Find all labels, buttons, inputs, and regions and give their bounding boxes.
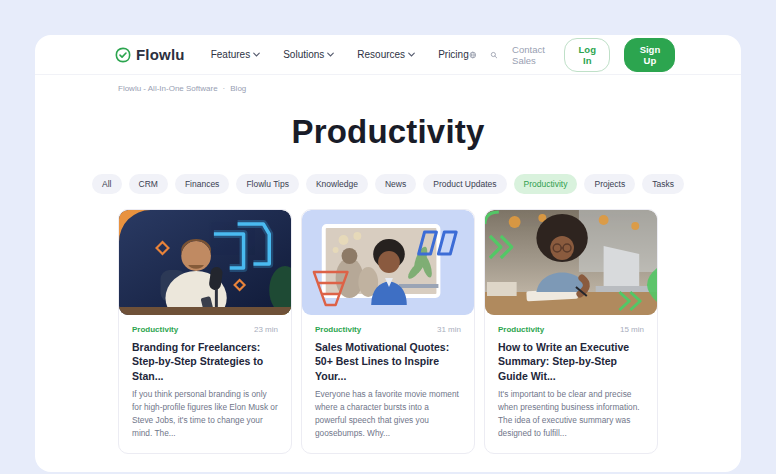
filter-news[interactable]: News <box>375 174 416 194</box>
globe-icon[interactable] <box>469 49 477 61</box>
article-grid: Productivity 23 min Branding for Freelan… <box>118 209 658 454</box>
article-body: Productivity 23 min Branding for Freelan… <box>119 315 291 453</box>
chevron-down-icon <box>327 52 334 57</box>
filter-productivity[interactable]: Productivity <box>514 174 578 194</box>
filter-all[interactable]: All <box>92 174 121 194</box>
contact-sales-link[interactable]: Contact Sales <box>512 44 550 66</box>
article-category[interactable]: Productivity <box>315 325 361 334</box>
article-category[interactable]: Productivity <box>498 325 544 334</box>
top-nav: Flowlu Features Solutions Resources Pric… <box>35 35 741 75</box>
chevron-down-icon <box>253 52 260 57</box>
breadcrumb-root[interactable]: Flowlu - All-In-One Software <box>118 84 218 93</box>
filter-finances[interactable]: Finances <box>175 174 230 194</box>
filter-tasks[interactable]: Tasks <box>642 174 684 194</box>
logo[interactable]: Flowlu <box>115 46 185 63</box>
search-icon[interactable] <box>490 49 498 61</box>
nav-pricing-label: Pricing <box>438 49 469 60</box>
article-excerpt: Everyone has a favorite movie moment whe… <box>315 388 461 439</box>
article-meta: Productivity 23 min <box>132 325 278 334</box>
main-nav: Features Solutions Resources Pricing <box>211 49 469 60</box>
article-meta: Productivity 15 min <box>498 325 644 334</box>
article-category[interactable]: Productivity <box>132 325 178 334</box>
filter-projects[interactable]: Projects <box>584 174 635 194</box>
filter-flowlu-tips[interactable]: Flowlu Tips <box>236 174 299 194</box>
filter-crm[interactable]: CRM <box>129 174 168 194</box>
content-panel: Flowlu Features Solutions Resources Pric… <box>35 35 741 472</box>
article-card-executive-summary[interactable]: Productivity 15 min How to Write an Exec… <box>484 209 658 454</box>
breadcrumb-current[interactable]: Blog <box>230 84 246 93</box>
article-read-time: 23 min <box>254 325 278 334</box>
article-read-time: 31 min <box>437 325 461 334</box>
nav-resources-label: Resources <box>357 49 405 60</box>
filter-knowledge[interactable]: Knowledge <box>306 174 368 194</box>
article-thumbnail-writer[interactable] <box>485 210 657 315</box>
category-filters: All CRM Finances Flowlu Tips Knowledge N… <box>118 174 658 194</box>
breadcrumb-separator: · <box>223 84 226 93</box>
breadcrumb: Flowlu - All-In-One Software · Blog <box>118 84 658 93</box>
login-button[interactable]: Log In <box>564 38 610 72</box>
article-title[interactable]: Sales Motivational Quotes: 50+ Best Line… <box>315 340 461 383</box>
page-title: Productivity <box>118 113 658 151</box>
article-card-branding[interactable]: Productivity 23 min Branding for Freelan… <box>118 209 292 454</box>
nav-solutions-label: Solutions <box>283 49 324 60</box>
nav-pricing[interactable]: Pricing <box>438 49 469 60</box>
article-body: Productivity 31 min Sales Motivational Q… <box>302 315 474 453</box>
article-body: Productivity 15 min How to Write an Exec… <box>485 315 657 453</box>
article-excerpt: It's important to be clear and precise w… <box>498 388 644 439</box>
nav-solutions[interactable]: Solutions <box>283 49 334 60</box>
flowlu-logo-icon <box>115 47 131 63</box>
chevron-down-icon <box>408 52 415 57</box>
article-thumbnail-speaker[interactable] <box>302 210 474 315</box>
nav-features[interactable]: Features <box>211 49 260 60</box>
logo-text: Flowlu <box>136 46 185 63</box>
signup-button[interactable]: Sign Up <box>624 38 675 72</box>
article-card-sales-quotes[interactable]: Productivity 31 min Sales Motivational Q… <box>301 209 475 454</box>
header-actions: Contact Sales Log In Sign Up <box>469 38 676 72</box>
article-excerpt: If you think personal branding is only f… <box>132 388 278 439</box>
nav-resources[interactable]: Resources <box>357 49 415 60</box>
article-title[interactable]: Branding for Freelancers: Step-by-Step S… <box>132 340 278 383</box>
article-title[interactable]: How to Write an Executive Summary: Step-… <box>498 340 644 383</box>
filter-product-updates[interactable]: Product Updates <box>423 174 506 194</box>
article-thumbnail-podcast[interactable] <box>119 210 291 315</box>
article-meta: Productivity 31 min <box>315 325 461 334</box>
nav-features-label: Features <box>211 49 250 60</box>
article-read-time: 15 min <box>620 325 644 334</box>
